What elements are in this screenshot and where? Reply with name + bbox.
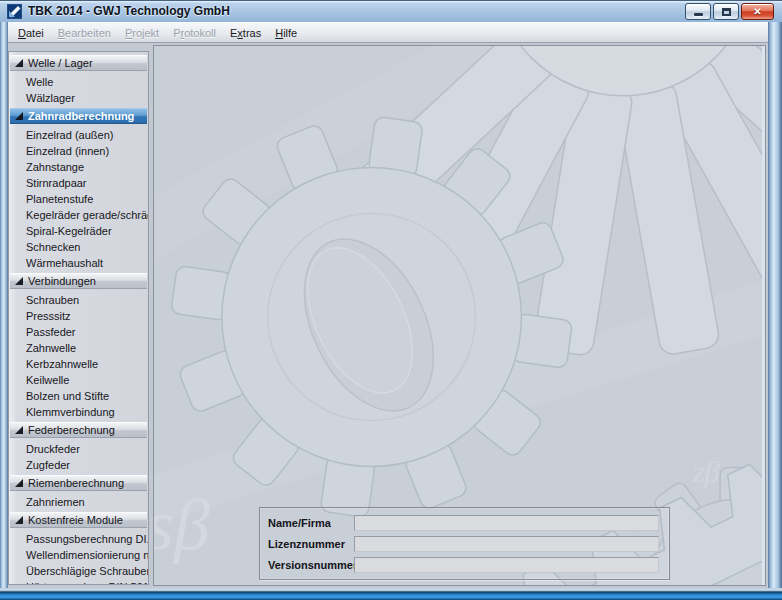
workspace: Welle / Lager Welle Wälzlager Zahnradber…	[8, 43, 768, 588]
sidebar-item-zahnwelle[interactable]: Zahnwelle	[9, 340, 148, 356]
sidebar-item-passungsberechnung[interactable]: Passungsberechnung DI...	[9, 531, 148, 547]
sidebar-section-zahnradberechnung[interactable]: Zahnradberechnung	[10, 108, 147, 124]
sidebar-item-wellendimensionierung[interactable]: Wellendimensionierung n...	[9, 547, 148, 563]
section-items: Schrauben Presssitz Passfeder Zahnwelle …	[9, 292, 148, 420]
sidebar-item-schrauben[interactable]: Schrauben	[9, 292, 148, 308]
menu-bearbeiten: Bearbeiten	[51, 24, 118, 41]
client-area: Datei Bearbeiten Projekt Protokoll Extra…	[8, 22, 768, 588]
maximize-icon	[722, 8, 731, 16]
section-items: Druckfeder Zugfeder	[9, 441, 148, 473]
menu-extras[interactable]: Extras	[223, 24, 268, 41]
sidebar-item-bolzen-stifte[interactable]: Bolzen und Stifte	[9, 388, 148, 404]
sidebar-item-waermehaushalt[interactable]: Wärmehaushalt	[9, 255, 148, 271]
license-panel: Name/Firma Lizenznummer Versionsnummer	[259, 507, 670, 580]
sidebar-section-kostenfreie-module[interactable]: Kostenfreie Module	[10, 512, 147, 528]
versionsnummer-label: Versionsnummer	[268, 559, 352, 571]
section-items: Welle Wälzlager	[9, 74, 148, 106]
menu-projekt: Projekt	[118, 24, 166, 41]
sidebar-item-einzelrad-aussen[interactable]: Einzelrad (außen)	[9, 127, 148, 143]
expand-triangle-icon	[15, 112, 23, 120]
sidebar-item-spiral-kegelraeder[interactable]: Spiral-Kegelräder	[9, 223, 148, 239]
main-area: sβ zβ Name/Firma Lizenznummer Versionsnu…	[153, 45, 766, 586]
expand-triangle-icon	[15, 516, 23, 524]
maximize-button[interactable]	[713, 3, 739, 20]
sidebar-item-einzelrad-innen[interactable]: Einzelrad (innen)	[9, 143, 148, 159]
menu-hilfe[interactable]: Hilfe	[268, 24, 304, 41]
sidebar-item-klemmverbindung[interactable]: Klemmverbindung	[9, 404, 148, 420]
titlebar[interactable]: TBK 2014 - GWJ Technology GmbH ✕	[0, 0, 782, 22]
sidebar-item-ueberschlaegige-schrauben[interactable]: Überschlägige Schrauben...	[9, 563, 148, 579]
name-firma-input[interactable]	[354, 515, 659, 531]
close-button[interactable]: ✕	[741, 3, 774, 20]
sidebar-item-schnecken[interactable]: Schnecken	[9, 239, 148, 255]
minimize-button[interactable]	[685, 3, 711, 20]
menu-protokoll: Protokoll	[166, 24, 223, 41]
expand-triangle-icon	[15, 277, 23, 285]
window-frame-left	[0, 22, 8, 600]
minimize-icon	[694, 13, 703, 16]
window-frame-right	[768, 22, 782, 600]
sidebar-section-riemenberechnung[interactable]: Riemenberechnung	[10, 475, 147, 491]
sidebar-item-planetenstufe[interactable]: Planetenstufe	[9, 191, 148, 207]
sidebar-item-zugfeder[interactable]: Zugfeder	[9, 457, 148, 473]
lizenznummer-input[interactable]	[354, 536, 659, 552]
menubar: Datei Bearbeiten Projekt Protokoll Extra…	[8, 22, 768, 43]
sidebar-item-druckfeder[interactable]: Druckfeder	[9, 441, 148, 457]
window-title: TBK 2014 - GWJ Technology GmbH	[28, 4, 230, 18]
sidebar: Welle / Lager Welle Wälzlager Zahnradber…	[8, 51, 149, 585]
sidebar-item-kegelraeder[interactable]: Kegelräder gerade/schräg	[9, 207, 148, 223]
window-frame-bottom	[0, 588, 782, 600]
expand-triangle-icon	[15, 426, 23, 434]
expand-triangle-icon	[15, 59, 23, 67]
section-items: Einzelrad (außen) Einzelrad (innen) Zahn…	[9, 127, 148, 271]
sidebar-section-federberechnung[interactable]: Federberechnung	[10, 422, 147, 438]
section-items: Passungsberechnung DI... Wellendimension…	[9, 531, 148, 585]
svg-text:zβ: zβ	[692, 455, 720, 488]
close-icon: ✕	[753, 7, 761, 17]
svg-text:sβ: sβ	[154, 485, 210, 565]
sidebar-item-waelzlager[interactable]: Wälzlager	[9, 90, 148, 106]
sidebar-item-kerbzahnwelle[interactable]: Kerbzahnwelle	[9, 356, 148, 372]
sidebar-item-welle[interactable]: Welle	[9, 74, 148, 90]
versionsnummer-input[interactable]	[354, 557, 659, 573]
lizenznummer-label: Lizenznummer	[268, 538, 352, 550]
section-items: Zahnriemen	[9, 494, 148, 510]
sidebar-section-verbindungen[interactable]: Verbindungen	[10, 273, 147, 289]
sidebar-item-zahnriemen[interactable]: Zahnriemen	[9, 494, 148, 510]
gears-watermark: sβ zβ	[154, 46, 765, 585]
menu-datei[interactable]: Datei	[11, 24, 51, 41]
window-controls: ✕	[685, 2, 774, 20]
sidebar-item-haerteumrechner[interactable]: Härteumrechner DIN 50150	[9, 579, 148, 585]
sidebar-item-presssitz[interactable]: Presssitz	[9, 308, 148, 324]
app-logo-icon	[7, 4, 22, 19]
app-window: TBK 2014 - GWJ Technology GmbH ✕ Datei B…	[0, 0, 782, 600]
sidebar-item-zahnstange[interactable]: Zahnstange	[9, 159, 148, 175]
sidebar-item-stirnradpaar[interactable]: Stirnradpaar	[9, 175, 148, 191]
name-firma-label: Name/Firma	[268, 517, 352, 529]
expand-triangle-icon	[15, 479, 23, 487]
sidebar-item-passfeder[interactable]: Passfeder	[9, 324, 148, 340]
sidebar-item-keilwelle[interactable]: Keilwelle	[9, 372, 148, 388]
sidebar-section-welle-lager[interactable]: Welle / Lager	[10, 55, 147, 71]
